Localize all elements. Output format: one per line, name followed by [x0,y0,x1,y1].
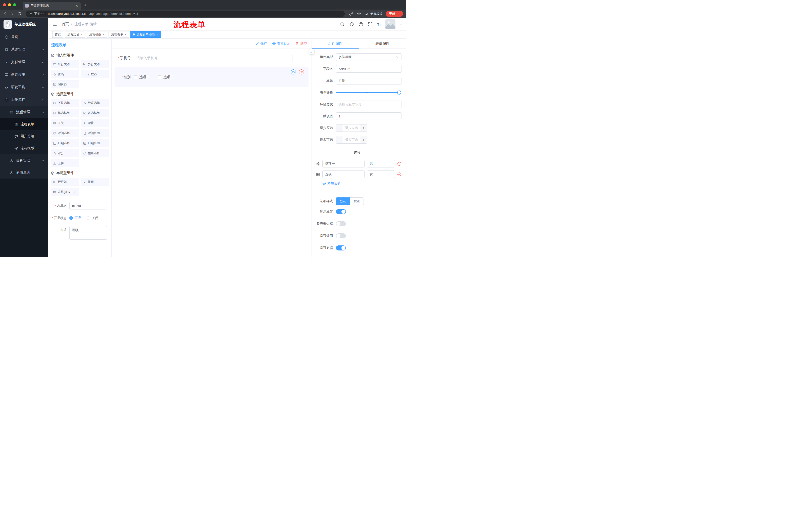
drag-handle-icon[interactable] [316,172,320,177]
component-item-checkbox-group[interactable]: 多选框组 [81,109,109,117]
copy-field-button[interactable] [291,70,296,75]
component-item-table[interactable]: 表格[开发中] [51,188,79,196]
component-item-radio-group[interactable]: 单选框组 [51,109,79,117]
reload-icon[interactable] [17,11,22,16]
max-select-value[interactable]: 最多可选 [343,136,360,143]
decrease-button[interactable]: - [336,136,343,143]
tag-close-icon[interactable]: × [81,33,83,36]
tag-process-form[interactable]: 流程表单 × [109,31,129,38]
github-icon[interactable] [349,22,354,27]
minimize-window-button[interactable] [8,3,11,6]
component-item-password[interactable]: 密码 [51,70,79,78]
component-item-time-range[interactable]: 时间范围 [81,129,109,137]
grid-slider[interactable] [336,92,401,93]
sidebar-item-payment[interactable]: ¥ 支付管理 [0,56,48,69]
view-json-button[interactable]: 查看json [272,42,290,46]
min-select-value[interactable]: 至少应选 [343,125,360,132]
maximize-window-button[interactable] [13,3,16,6]
component-item-slider[interactable]: 滑块 [81,119,109,127]
search-icon[interactable] [340,22,345,27]
password-key-icon[interactable] [349,11,353,16]
component-item-date-picker[interactable]: 日期选择 [51,139,79,147]
tag-home[interactable]: 首页 [52,31,63,38]
chrome-update-button[interactable]: 更新 ⋮ [386,11,403,17]
bookmark-star-icon[interactable] [357,11,361,16]
tag-close-icon[interactable]: × [157,33,159,36]
option-2-value-input[interactable] [367,170,395,178]
sidebar-item-process-form[interactable]: 流程表单 [0,118,48,130]
status-radio-on[interactable]: 开启 [69,214,81,222]
component-item-row-container[interactable]: 行容器 [51,178,79,186]
increase-button[interactable]: + [360,136,367,143]
back-icon[interactable] [3,11,7,16]
component-type-select[interactable]: 多选框组 [336,53,402,61]
decrease-button[interactable]: - [336,125,343,132]
sidebar-item-process-mgmt[interactable]: 流程管理 [0,106,48,118]
font-size-icon[interactable]: TT [377,22,381,26]
link-icon[interactable] [309,49,314,54]
tag-process-definition[interactable]: 流程定义 × [65,31,85,38]
form-name-input[interactable] [69,202,107,210]
tag-close-icon[interactable]: × [103,33,105,36]
delete-field-button[interactable] [299,70,304,75]
avatar[interactable] [385,19,396,29]
add-option-button[interactable]: 添加选项 [322,181,402,186]
breadcrumb-home[interactable]: 首页 [62,22,69,26]
disabled-switch[interactable] [336,233,346,238]
phone-input[interactable] [134,54,292,62]
style-button-button[interactable]: 按钮 [350,197,364,205]
component-item-editor[interactable]: 编辑器 [51,80,79,88]
gender-option-1[interactable]: 选项一 [134,75,150,79]
checkbox-icon[interactable] [134,76,137,79]
border-switch[interactable] [336,221,346,226]
component-item-textarea[interactable]: 多行文本 [81,60,109,68]
tab-close-button[interactable]: × [76,3,78,8]
field-gender-selected[interactable]: *性别 选项一 选项二 [115,67,309,87]
slider-handle[interactable] [397,90,401,94]
new-tab-button[interactable]: + [84,3,87,8]
collapse-sidebar-icon[interactable] [52,22,57,27]
component-item-text-input[interactable]: 单行文本 [51,60,79,68]
tag-process-model[interactable]: 流程模型 × [87,31,107,38]
label-width-input[interactable] [336,101,402,108]
show-label-switch[interactable] [336,209,346,214]
title-input[interactable] [336,77,402,84]
required-switch[interactable] [336,245,346,250]
address-bar[interactable]: 不安全 dashboard.yudao.iocoder.cn /bpm/mana… [26,10,345,17]
status-radio-off[interactable]: 关闭 [87,214,98,222]
field-phone[interactable]: *手机号 [115,52,309,64]
sidebar-item-workflow[interactable]: 工作流程 [0,93,48,106]
component-item-counter[interactable]: 计数器 [81,70,109,78]
incognito-badge[interactable]: 无痕模式 [365,12,382,16]
component-item-color-picker[interactable]: 颜色选择 [81,149,109,157]
tab-form-props[interactable]: 表单属性 [359,39,406,49]
remove-option-icon[interactable] [397,172,402,177]
gender-option-2[interactable]: 选项二 [158,75,174,79]
browser-menu-icon[interactable]: ⋮ [397,12,401,16]
tab-component-props[interactable]: 组件属性 [312,39,359,49]
field-name-input[interactable] [336,65,402,73]
sidebar-item-leave-query[interactable]: 请假查询 [0,166,48,179]
form-remark-textarea[interactable]: 嘿嘿 [69,226,107,240]
drag-handle-icon[interactable] [316,162,320,166]
security-status[interactable]: 不安全 [29,12,44,16]
forward-icon[interactable] [10,11,14,16]
sidebar-item-infra[interactable]: 基础设施 [0,69,48,81]
tag-close-icon[interactable]: × [125,33,126,36]
browser-tab[interactable]: 芋道管理系统 × [23,2,81,9]
option-1-value-input[interactable] [367,160,395,167]
clear-button[interactable]: 清空 [295,42,307,46]
style-default-button[interactable]: 默认 [336,197,350,205]
sidebar-logo[interactable]: 芋道管理系统 [0,18,48,31]
component-item-rate[interactable]: 评分 [51,149,79,157]
checkbox-icon[interactable] [158,76,161,79]
fullscreen-icon[interactable] [368,22,373,27]
component-item-button[interactable]: 按钮 [81,178,109,186]
close-window-button[interactable] [3,3,6,6]
increase-button[interactable]: + [360,125,367,132]
option-1-label-input[interactable] [322,160,365,167]
option-2-label-input[interactable] [322,170,365,178]
sidebar-item-process-model[interactable]: 流程模型 [0,142,48,154]
sidebar-item-user-group[interactable]: 用户分组 [0,130,48,142]
component-item-select[interactable]: 下拉选择 [51,99,79,107]
